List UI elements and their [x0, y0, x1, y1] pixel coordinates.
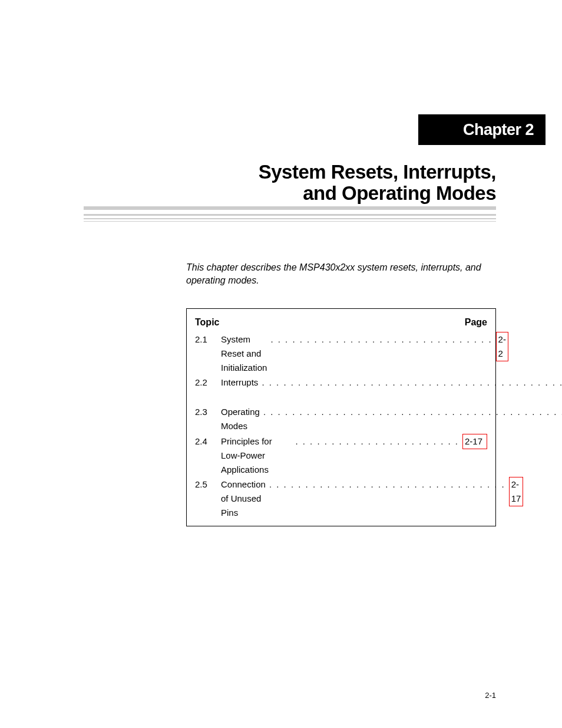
toc-section-number: 2.2	[195, 375, 221, 390]
toc-dots: . . . . . . . . . . . . . . . . . . . . …	[270, 332, 492, 347]
toc-section-number: 2.3	[195, 405, 221, 419]
toc-page-link[interactable]: 2-17	[509, 477, 524, 506]
toc-row: 2.2 Interrupts . . . . . . . . . . . . .…	[195, 375, 487, 404]
toc-dots: . . . . . . . . . . . . . . . . . . . . …	[269, 477, 505, 492]
chapter-label: Chapter 2	[463, 121, 534, 139]
divider-rule	[84, 214, 496, 216]
toc-item-label: Operating Modes	[221, 405, 260, 433]
toc-page-link[interactable]: 2-2	[496, 332, 508, 361]
divider-rule	[84, 221, 496, 222]
toc-row: 2.4 Principles for Low-Power Application…	[195, 434, 487, 477]
toc-section-number: 2.1	[195, 332, 221, 347]
page-footer: 2-1	[485, 691, 496, 700]
page-title: System Resets, Interrupts, and Operating…	[259, 162, 496, 205]
title-line-1: System Resets, Interrupts,	[259, 162, 496, 183]
toc-heading-page: Page	[465, 315, 487, 330]
divider-rule	[84, 206, 496, 210]
toc-heading-topic: Topic	[195, 315, 465, 330]
toc-dots: . . . . . . . . . . . . . . . . . . . . …	[295, 434, 459, 449]
toc-item-label: Connection of Unused Pins	[221, 477, 266, 520]
toc-row: 2.1 System Reset and Initialization . . …	[195, 332, 487, 375]
toc-item-label: Interrupts	[221, 375, 258, 390]
divider-rule	[84, 218, 496, 219]
title-line-2: and Operating Modes	[259, 183, 496, 204]
toc-section-number: 2.4	[195, 434, 221, 449]
toc-box: Topic Page 2.1 System Reset and Initiali…	[186, 308, 496, 526]
toc-row: 2.3 Operating Modes . . . . . . . . . . …	[195, 404, 487, 434]
toc-dots: . . . . . . . . . . . . . . . . . . . . …	[263, 405, 562, 419]
toc-row: 2.5 Connection of Unused Pins . . . . . …	[195, 477, 487, 520]
toc-item-label: Principles for Low-Power Applications	[221, 434, 292, 477]
toc-page-link[interactable]: 2-17	[462, 434, 487, 449]
chapter-intro: This chapter describes the MSP430x2xx sy…	[186, 261, 496, 286]
chapter-bar: Chapter 2	[418, 114, 546, 145]
toc-dots: . . . . . . . . . . . . . . . . . . . . …	[262, 375, 562, 390]
toc-item-label: System Reset and Initialization	[221, 332, 267, 375]
toc-section-number: 2.5	[195, 477, 221, 492]
